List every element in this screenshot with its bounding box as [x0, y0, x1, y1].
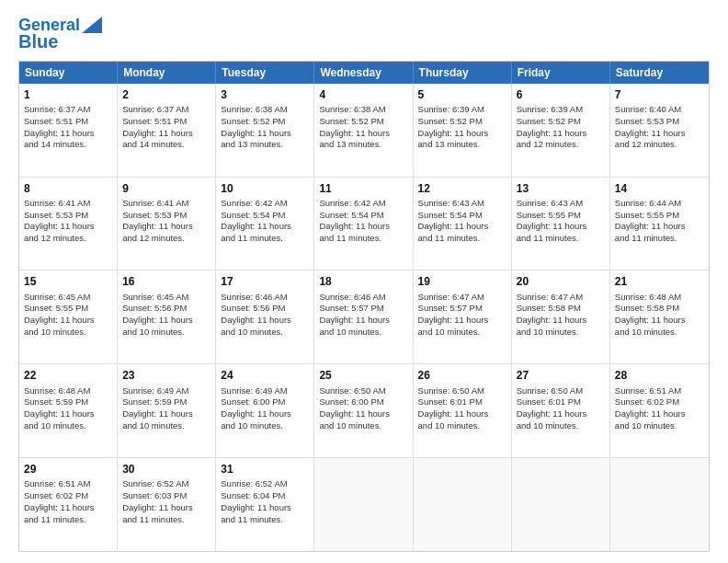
- day-info-line: Daylight: 11 hours: [615, 315, 704, 327]
- day-info-line: Sunset: 6:03 PM: [122, 490, 210, 502]
- day-number: 17: [221, 274, 309, 289]
- day-info-line: Sunrise: 6:43 AM: [517, 198, 605, 210]
- day-number: 18: [319, 274, 407, 289]
- day-info-line: Daylight: 11 hours: [122, 315, 210, 327]
- calendar-day-17: 17Sunrise: 6:46 AMSunset: 5:56 PMDayligh…: [216, 270, 314, 363]
- day-info-line: Sunset: 5:58 PM: [517, 303, 605, 315]
- calendar-day-4: 4Sunrise: 6:38 AMSunset: 5:52 PMDaylight…: [314, 84, 413, 177]
- day-info-line: Sunrise: 6:48 AM: [615, 292, 704, 304]
- day-number: 3: [221, 87, 309, 102]
- day-info-line: Sunrise: 6:45 AM: [122, 292, 210, 304]
- day-number: 4: [319, 87, 407, 102]
- day-info-line: Sunrise: 6:37 AM: [122, 104, 210, 116]
- calendar-day-3: 3Sunrise: 6:38 AMSunset: 5:52 PMDaylight…: [216, 84, 314, 177]
- day-info-line: and 10 minutes.: [517, 327, 605, 339]
- day-info-line: Daylight: 11 hours: [221, 221, 309, 233]
- day-number: 5: [418, 87, 506, 102]
- calendar-day-12: 12Sunrise: 6:43 AMSunset: 5:54 PMDayligh…: [414, 178, 512, 270]
- day-info-line: Daylight: 11 hours: [24, 128, 112, 140]
- day-info-line: Sunset: 5:53 PM: [24, 210, 112, 222]
- day-info-line: and 12 minutes.: [24, 233, 112, 245]
- day-info-line: and 11 minutes.: [615, 233, 704, 245]
- day-info-line: Daylight: 11 hours: [122, 221, 210, 233]
- day-info-line: Sunset: 5:53 PM: [122, 210, 210, 222]
- day-info-line: and 10 minutes.: [221, 420, 309, 432]
- calendar-day-21: 21Sunrise: 6:48 AMSunset: 5:58 PMDayligh…: [610, 270, 709, 363]
- day-info-line: Daylight: 11 hours: [615, 128, 704, 140]
- calendar-header-wednesday: Wednesday: [314, 62, 413, 84]
- day-number: 28: [615, 368, 704, 383]
- day-number: 23: [122, 368, 210, 383]
- calendar-day-20: 20Sunrise: 6:47 AMSunset: 5:58 PMDayligh…: [512, 270, 610, 363]
- day-info-line: Daylight: 11 hours: [319, 221, 407, 233]
- day-number: 12: [418, 181, 506, 196]
- day-number: 15: [24, 274, 112, 289]
- day-info-line: Sunset: 5:54 PM: [221, 210, 309, 222]
- day-number: 8: [24, 181, 112, 196]
- day-info-line: and 12 minutes.: [517, 139, 605, 151]
- day-info-line: Sunrise: 6:41 AM: [24, 198, 112, 210]
- day-info-line: Sunset: 5:56 PM: [122, 303, 210, 315]
- calendar-day-24: 24Sunrise: 6:49 AMSunset: 6:00 PMDayligh…: [216, 364, 314, 457]
- calendar-week-3: 15Sunrise: 6:45 AMSunset: 5:55 PMDayligh…: [19, 270, 709, 363]
- calendar-body: 1Sunrise: 6:37 AMSunset: 5:51 PMDaylight…: [19, 84, 709, 551]
- day-info-line: Daylight: 11 hours: [517, 128, 605, 140]
- calendar-day-13: 13Sunrise: 6:43 AMSunset: 5:55 PMDayligh…: [512, 178, 610, 270]
- calendar-day-15: 15Sunrise: 6:45 AMSunset: 5:55 PMDayligh…: [19, 270, 118, 363]
- day-info-line: and 11 minutes.: [24, 514, 112, 526]
- day-info-line: Sunrise: 6:46 AM: [221, 292, 309, 304]
- day-info-line: Sunset: 6:01 PM: [418, 396, 506, 408]
- calendar-week-1: 1Sunrise: 6:37 AMSunset: 5:51 PMDaylight…: [19, 84, 709, 177]
- day-info-line: Sunset: 5:58 PM: [615, 303, 704, 315]
- day-number: 30: [122, 462, 210, 477]
- calendar-day-1: 1Sunrise: 6:37 AMSunset: 5:51 PMDaylight…: [19, 84, 118, 177]
- day-number: 16: [122, 274, 210, 289]
- day-info-line: Sunrise: 6:50 AM: [418, 385, 506, 397]
- day-info-line: and 10 minutes.: [418, 420, 506, 432]
- day-info-line: Sunrise: 6:38 AM: [319, 104, 407, 116]
- day-info-line: Sunset: 5:52 PM: [517, 116, 605, 128]
- calendar-day-14: 14Sunrise: 6:44 AMSunset: 5:55 PMDayligh…: [610, 178, 709, 270]
- calendar-day-27: 27Sunrise: 6:50 AMSunset: 6:01 PMDayligh…: [512, 364, 610, 457]
- calendar-header-saturday: Saturday: [610, 62, 709, 84]
- day-info-line: Sunset: 5:56 PM: [221, 303, 309, 315]
- day-info-line: Sunrise: 6:52 AM: [122, 478, 210, 490]
- calendar-day-19: 19Sunrise: 6:47 AMSunset: 5:57 PMDayligh…: [414, 270, 512, 363]
- calendar-day-28: 28Sunrise: 6:51 AMSunset: 6:02 PMDayligh…: [610, 364, 709, 457]
- svg-marker-0: [82, 17, 102, 33]
- day-info-line: and 12 minutes.: [122, 233, 210, 245]
- day-info-line: Daylight: 11 hours: [24, 408, 112, 420]
- day-info-line: Sunset: 6:00 PM: [319, 396, 407, 408]
- day-number: 19: [418, 274, 506, 289]
- day-number: 31: [221, 462, 309, 477]
- day-info-line: Sunset: 5:59 PM: [122, 396, 210, 408]
- calendar-day-5: 5Sunrise: 6:39 AMSunset: 5:52 PMDaylight…: [414, 84, 512, 177]
- day-info-line: Sunrise: 6:41 AM: [122, 198, 210, 210]
- day-number: 1: [24, 87, 112, 102]
- day-info-line: Sunrise: 6:49 AM: [221, 385, 309, 397]
- calendar-empty-cell: [314, 458, 413, 551]
- day-info-line: Daylight: 11 hours: [221, 502, 309, 514]
- logo: General Blue: [18, 17, 102, 52]
- calendar-week-2: 8Sunrise: 6:41 AMSunset: 5:53 PMDaylight…: [19, 177, 709, 270]
- header: General Blue: [18, 17, 710, 52]
- day-info-line: Daylight: 11 hours: [221, 315, 309, 327]
- day-info-line: Sunset: 5:59 PM: [24, 396, 112, 408]
- day-info-line: Daylight: 11 hours: [517, 315, 605, 327]
- day-info-line: Sunset: 5:51 PM: [122, 116, 210, 128]
- day-info-line: Daylight: 11 hours: [418, 315, 506, 327]
- day-info-line: Daylight: 11 hours: [24, 502, 112, 514]
- day-info-line: Sunrise: 6:52 AM: [221, 478, 309, 490]
- day-info-line: Sunrise: 6:42 AM: [319, 198, 407, 210]
- calendar-week-5: 29Sunrise: 6:51 AMSunset: 6:02 PMDayligh…: [19, 457, 709, 551]
- day-info-line: Daylight: 11 hours: [517, 221, 605, 233]
- day-info-line: and 11 minutes.: [221, 514, 309, 526]
- day-info-line: Daylight: 11 hours: [418, 221, 506, 233]
- calendar-header-friday: Friday: [512, 62, 610, 84]
- day-number: 26: [418, 368, 506, 383]
- day-info-line: and 14 minutes.: [24, 139, 112, 151]
- day-info-line: and 11 minutes.: [221, 233, 309, 245]
- day-number: 10: [221, 181, 309, 196]
- day-info-line: Sunrise: 6:50 AM: [517, 385, 605, 397]
- calendar-header-thursday: Thursday: [414, 62, 512, 84]
